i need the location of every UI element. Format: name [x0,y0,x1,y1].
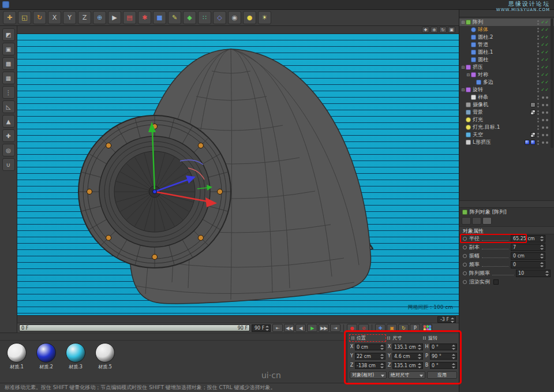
menu-item[interactable] [41,4,47,5]
key-button[interactable]: P [410,324,420,332]
object-row[interactable]: 圆柱.1 [459,48,554,56]
keyframe-circle-icon[interactable] [463,254,467,258]
view-icon[interactable]: ⊕ [431,27,438,33]
visibility-dots-icon[interactable] [537,110,539,115]
render-enable-icon[interactable] [545,119,549,121]
visibility-dots-icon[interactable] [537,58,539,62]
viewport-menu-item[interactable] [44,29,50,31]
render-instance-checkbox[interactable] [493,279,499,285]
side-tool-icon[interactable]: ▩ [2,57,15,70]
editor-enable-icon[interactable] [541,141,545,144]
editor-enable-icon[interactable] [541,80,545,85]
size-mode-dropdown[interactable]: 绝对尺寸 [388,371,425,379]
editor-enable-icon[interactable] [541,96,545,99]
material-preview-sphere[interactable] [7,343,27,363]
point-handle[interactable] [152,255,158,260]
coordinate-input[interactable]: 4.6 cm [392,353,423,360]
point-handle[interactable] [218,189,223,195]
transport-button[interactable]: ▶▶ [319,324,329,332]
editor-enable-icon[interactable] [541,43,545,47]
object-row[interactable]: 背景 [459,109,554,116]
material-item[interactable]: 材质.1 [4,343,29,370]
attribute-menu-item[interactable] [485,204,491,205]
spinner[interactable] [545,271,549,276]
object-row[interactable]: 圆柱 [459,56,554,64]
expand-toggle-icon[interactable]: ⊟ [466,73,471,77]
attribute-value-input[interactable]: 0 [511,261,545,268]
spinner[interactable] [540,236,544,241]
render-enable-icon[interactable] [545,134,549,136]
spinner[interactable] [418,345,422,350]
render-enable-icon[interactable] [545,50,549,55]
record-button[interactable]: ● [347,324,357,332]
transport-button[interactable]: ◀ [295,324,306,332]
object-row[interactable]: 球体 [459,26,554,33]
material-preview-sphere[interactable] [95,343,115,363]
object-row[interactable]: 摄像机 [459,101,554,109]
viewport-menu-item[interactable] [32,29,38,31]
viewport-menu-item[interactable] [21,29,27,31]
transport-button[interactable]: ◀◀ [284,324,294,332]
toolbar-icon[interactable]: Z [78,11,91,24]
spinner[interactable] [451,318,455,323]
object-manager-menu-item[interactable] [484,13,489,14]
object-row[interactable]: ⊟ 阵列 [459,18,554,26]
object-manager-menu-item[interactable] [494,13,500,14]
record-button[interactable]: ⊘ [358,324,369,332]
attribute-tab[interactable] [482,217,492,225]
material-menu-item[interactable] [5,336,10,337]
spinner[interactable] [380,345,384,350]
toolbar-icon[interactable]: ◱ [18,11,31,24]
attribute-menu-item[interactable] [474,204,480,205]
side-tool-icon[interactable]: ∪ [2,158,15,171]
editor-enable-icon[interactable] [541,20,545,25]
visibility-dots-icon[interactable] [537,65,539,70]
spinner[interactable] [540,245,544,250]
object-tags[interactable] [530,110,536,115]
menu-item[interactable] [53,4,58,5]
toolbar-icon[interactable]: ■ [153,11,166,24]
toolbar-icon[interactable]: Y [63,11,76,24]
editor-enable-icon[interactable] [541,35,545,40]
keyframe-circle-icon[interactable] [463,237,467,241]
object-tag-icon[interactable] [530,110,536,115]
side-tool-icon[interactable]: ✚ [2,129,15,142]
toolbar-icon[interactable]: ● [243,11,256,24]
attribute-tab[interactable] [472,217,481,225]
coordinate-input[interactable]: 22 cm [355,353,385,360]
side-tool-icon[interactable]: ◎ [2,144,15,156]
toolbar-icon[interactable]: X [48,11,61,24]
coordinate-input[interactable]: 0 cm [355,344,385,350]
menu-item[interactable] [24,4,29,5]
render-enable-icon[interactable] [545,88,549,92]
side-tool-icon[interactable]: ▣ [2,43,15,55]
visibility-dots-icon[interactable] [537,125,539,130]
render-enable-icon[interactable] [545,141,549,144]
apply-button[interactable]: 应用 [427,371,457,379]
render-enable-icon[interactable] [545,65,549,70]
toolbar-icon[interactable]: ◉ [228,11,241,24]
toolbar-icon[interactable]: ◇ [213,11,226,24]
transport-button[interactable]: ▶ [307,324,317,332]
visibility-dots-icon[interactable] [537,95,539,100]
side-tool-icon[interactable]: ◩ [2,28,15,41]
render-enable-icon[interactable] [545,35,549,40]
object-row[interactable]: 天空 [459,131,554,139]
viewport-menu-item[interactable] [67,29,73,31]
toolbar-icon[interactable]: ☀ [258,11,271,24]
spinner[interactable] [452,345,456,350]
toolbar-icon[interactable]: ∷ [198,11,211,24]
attribute-value-input[interactable]: 7 [511,244,545,251]
object-tag-icon[interactable] [530,140,536,145]
menu-item[interactable] [64,4,70,5]
toolbar-icon[interactable]: ✚ [3,11,16,24]
attribute-section-header[interactable]: 对象属性 [459,226,554,234]
keyframe-circle-icon[interactable] [463,271,467,275]
timeline-slider[interactable]: 0 F 90 F [19,324,250,331]
toolbar-icon[interactable]: ◆ [183,11,196,24]
render-enable-icon[interactable] [545,126,549,129]
editor-enable-icon[interactable] [541,111,545,114]
toolbar-icon[interactable]: ✎ [168,11,181,24]
editor-enable-icon[interactable] [541,119,545,121]
key-button[interactable]: ✚ [375,324,385,332]
